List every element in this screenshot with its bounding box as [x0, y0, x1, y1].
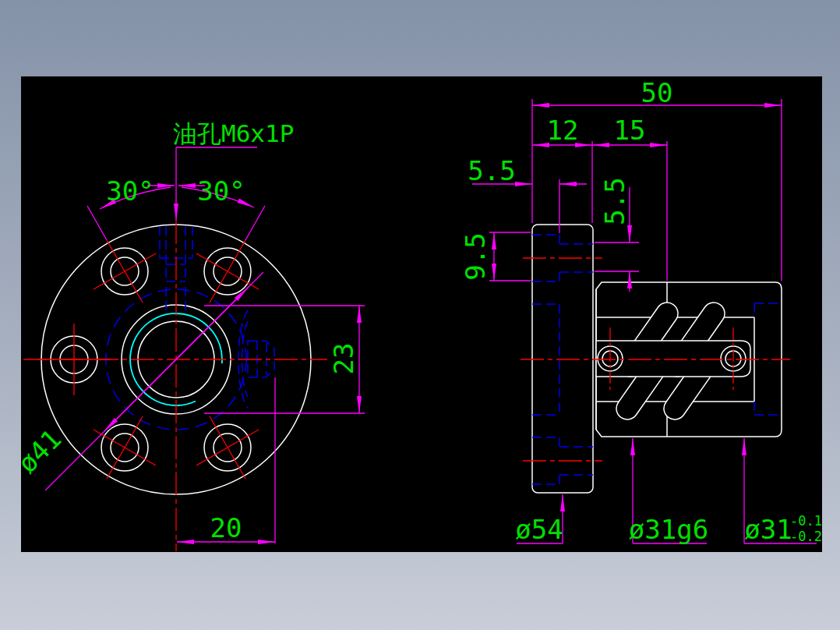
drawing-canvas-svg: 油孔M6x1P 30° 30° ø41 23 — [0, 0, 840, 630]
dim-20-text: 20 — [210, 512, 242, 543]
dim-23-text: 23 — [328, 343, 359, 375]
dim-15-text: 15 — [614, 115, 646, 146]
dim-12-text: 12 — [547, 115, 579, 146]
dia-54-text: ø54 — [515, 514, 563, 545]
dim-5-5-depth-text: 5.5 — [468, 155, 515, 186]
dia-31-text: ø31 — [744, 514, 792, 545]
dim-9-5: 9.5 — [460, 232, 494, 281]
dia-31g6-text: ø31g6 — [629, 514, 708, 545]
angle-left-text: 30° — [106, 175, 154, 207]
cad-viewer-window: 油孔M6x1P 30° 30° ø41 23 — [0, 0, 840, 630]
dim-5-5-hole-text: 5.5 — [599, 177, 630, 225]
return-tube-bar — [596, 341, 750, 377]
dim-9-5-text: 9.5 — [460, 232, 491, 280]
angle-right-text: 30° — [197, 175, 245, 207]
dia-31-tol-lower: -0.2 — [790, 529, 822, 544]
dim-50-text: 50 — [641, 77, 673, 108]
dia-31-tol-upper: -0.1 — [790, 513, 822, 529]
oil-hole-label: 油孔M6x1P — [173, 119, 294, 147]
